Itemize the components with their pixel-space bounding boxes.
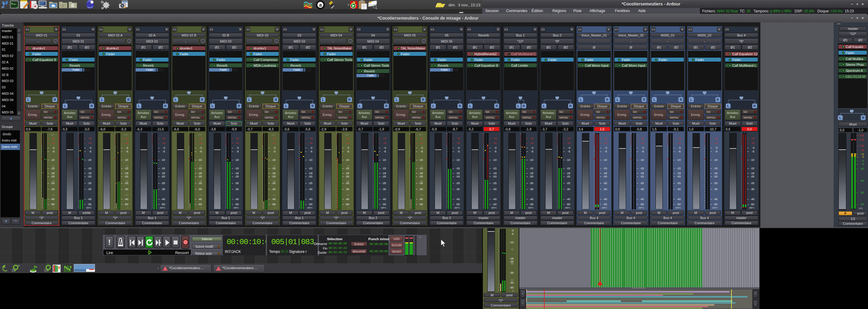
svg-text:D: D: [62, 4, 64, 7]
svg-text:a: a: [319, 2, 322, 8]
svg-text:≡: ≡: [347, 3, 350, 7]
